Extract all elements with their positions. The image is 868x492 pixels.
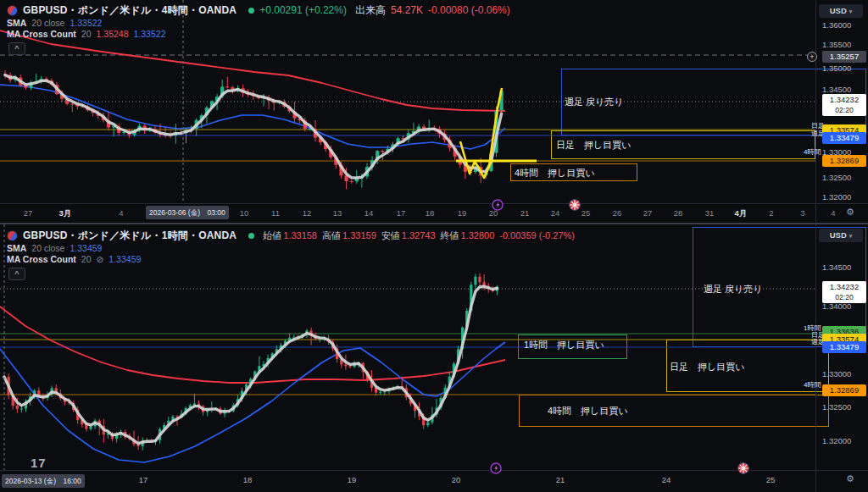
indicator-params: 20 close bbox=[31, 243, 64, 253]
time-axis-label: 18 bbox=[426, 208, 435, 218]
time-axis-label: 24 bbox=[662, 475, 671, 484]
symbol-logo-icon[interactable] bbox=[7, 230, 18, 241]
time-axis-label: 14 bbox=[364, 208, 374, 218]
price-axis-label: 1.34500 bbox=[822, 263, 851, 272]
time-axis-label: 20 bbox=[489, 208, 498, 218]
time-axis-label: 25 bbox=[581, 208, 591, 218]
time-axis-label: 24 bbox=[551, 208, 560, 218]
price-axis-border bbox=[815, 0, 816, 492]
time-axis-label: 13 bbox=[333, 208, 342, 218]
indicator-value: 1.33459 bbox=[70, 243, 102, 253]
time-axis-label: 28 bbox=[674, 208, 683, 218]
close-label: 終値 bbox=[441, 229, 459, 242]
price-level-badge: 1.33574 bbox=[822, 124, 866, 136]
price-axis-label: 1.32500 bbox=[822, 402, 851, 412]
time-axis-label: 17 bbox=[139, 475, 148, 484]
time-axis-label: 25 bbox=[766, 475, 776, 484]
symbol-title-1h[interactable]: GBPUSD・ポンド／米ドル・1時間・OANDA bbox=[23, 229, 236, 243]
indicator-name: SMA bbox=[7, 243, 26, 253]
price-level-badge: 1.33574 bbox=[822, 334, 866, 346]
time-axis-label: 19 bbox=[348, 475, 357, 484]
chevron-down-icon: ▾ bbox=[849, 8, 853, 14]
price-level-badge: 1.32869 bbox=[822, 155, 866, 167]
crosshair-time-badge: 2026-03-06 (金) 03:00 bbox=[146, 206, 229, 219]
price-axis-label: 1.36000 bbox=[822, 20, 851, 30]
price-level-badge: 1.33479 bbox=[822, 341, 866, 353]
indicator-value-2: 1.33459 bbox=[108, 254, 141, 264]
price-level-badge: 1.35257 bbox=[822, 51, 866, 63]
indicator-params: 20 close bbox=[31, 18, 64, 28]
indicator-row-sma-4h[interactable]: SMA 20 close 1.33522 bbox=[7, 17, 510, 28]
high-value: 1.33159 bbox=[342, 230, 376, 240]
low-label: 安値 bbox=[381, 229, 400, 242]
price-scale-settings-gear-1h[interactable]: ⚙ bbox=[846, 473, 854, 484]
price-axis-label: 1.35500 bbox=[822, 40, 851, 49]
price-axis-label: 1.35000 bbox=[822, 64, 851, 73]
price-axis-label: 1.33000 bbox=[822, 369, 851, 379]
indicator-value-2: 1.33522 bbox=[134, 29, 166, 39]
time-axis-label: 21 bbox=[556, 475, 565, 484]
chart-header-1h: GBPUSD・ポンド／米ドル・1時間・OANDA 始値 1.33158 高値 1… bbox=[7, 229, 575, 264]
market-status-icon bbox=[248, 8, 254, 14]
time-axis-label: 4月 bbox=[735, 208, 748, 219]
trading-platform-window: 週足 戻り売り日足 押し目買い4時間 押し目買い日足週足4時間1.360001.… bbox=[0, 0, 868, 492]
indicator-row-macrosscount-4h[interactable]: MA Cross Count 20 1.35248 1.33522 bbox=[7, 28, 510, 39]
price-axis-label: 1.32500 bbox=[822, 173, 851, 182]
price-countdown: 02:20 bbox=[835, 293, 853, 301]
volume-value: 54.27K bbox=[391, 4, 423, 16]
time-axis-label: 2 bbox=[769, 208, 773, 218]
time-axis-label: 31 bbox=[705, 208, 715, 218]
indicator-params: 20 bbox=[81, 29, 92, 39]
pane-separator bbox=[0, 223, 868, 224]
time-axis-border-1h bbox=[0, 470, 868, 471]
price-countdown: 02:20 bbox=[835, 106, 853, 114]
collapse-indicators-button-4h[interactable]: ^ bbox=[8, 42, 25, 55]
collapse-indicators-button-1h[interactable]: ^ bbox=[8, 268, 25, 280]
indicator-name: MA Cross Count bbox=[7, 254, 76, 264]
time-axis-label: 27 bbox=[643, 208, 653, 218]
chevron-down-icon: ▾ bbox=[849, 233, 853, 239]
price-axis-label: 1.33000 bbox=[822, 147, 851, 157]
price-level-badge: 1.33636 bbox=[822, 326, 866, 338]
price-level-badge: 1.32869 bbox=[822, 384, 866, 396]
price-level-badge: 1.33479 bbox=[822, 132, 866, 144]
time-axis-label: 19 bbox=[458, 208, 467, 218]
price-axis-label: 1.32000 bbox=[822, 192, 851, 202]
price-scale-settings-gear-4h[interactable]: ⚙ bbox=[846, 207, 854, 218]
time-axis-border-4h bbox=[0, 203, 868, 204]
time-axis-label: 4 bbox=[119, 208, 123, 218]
time-axis-label: 26 bbox=[613, 208, 622, 218]
time-axis-label: 27 bbox=[24, 208, 33, 218]
price-axis-label: 1.32000 bbox=[822, 436, 851, 445]
time-axis-label: 11 bbox=[271, 208, 280, 218]
indicator-params: 20 bbox=[81, 254, 92, 264]
time-axis-label: 20 bbox=[452, 475, 461, 484]
current-price-badge: 1.3423202:20 bbox=[822, 281, 866, 303]
indicator-value-1: 1.35248 bbox=[97, 29, 129, 39]
time-axis-label: 3月 bbox=[59, 208, 72, 219]
crosshair-time-badge: 2026-03-13 (金) 16:00 bbox=[2, 474, 85, 488]
current-price-badge: 1.3423202:20 bbox=[822, 94, 866, 116]
price-axis-label: 1.34500 bbox=[822, 85, 851, 94]
currency-selector-4h[interactable]: USD▾ bbox=[819, 4, 863, 18]
indicator-value-1: ⊘ bbox=[97, 254, 104, 264]
time-axis-label: 4 bbox=[831, 208, 835, 218]
close-value: 1.32800 bbox=[461, 230, 495, 240]
indicator-row-macrosscount-1h[interactable]: MA Cross Count 20 ⊘ 1.33459 bbox=[7, 253, 575, 264]
indicator-name: SMA bbox=[7, 18, 26, 28]
symbol-title-4h[interactable]: GBPUSD・ポンド／米ドル・4時間・OANDA bbox=[23, 3, 236, 18]
market-status-icon bbox=[248, 233, 254, 239]
time-axis-label: 12 bbox=[303, 208, 312, 218]
time-axis-label: 10 bbox=[240, 208, 249, 218]
symbol-logo-icon[interactable] bbox=[7, 5, 18, 16]
time-axis-label: 21 bbox=[520, 208, 530, 218]
low-value: 1.32743 bbox=[402, 230, 436, 240]
currency-selector-1h[interactable]: USD▾ bbox=[819, 229, 863, 242]
chart-header-4h: GBPUSD・ポンド／米ドル・4時間・OANDA +0.00291 (+0.22… bbox=[7, 3, 510, 39]
open-value: 1.33158 bbox=[283, 230, 317, 240]
indicator-row-sma-1h[interactable]: SMA 20 close 1.33459 bbox=[7, 242, 575, 253]
high-label: 高値 bbox=[322, 229, 341, 242]
volume-change: -0.00080 (-0.06%) bbox=[428, 4, 510, 16]
indicator-name: MA Cross Count bbox=[7, 29, 76, 39]
open-label: 始値 bbox=[263, 229, 281, 242]
